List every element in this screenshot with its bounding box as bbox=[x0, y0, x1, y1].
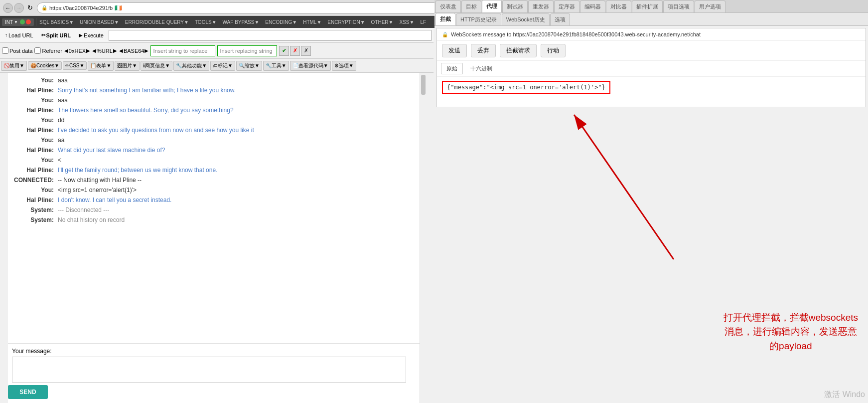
percent-encode-group: ◀ %URL ▶ bbox=[92, 48, 117, 54]
zoom-filter-btn[interactable]: 🔍缩放▼ bbox=[236, 61, 262, 71]
encoding-menu[interactable]: ENCODING▼ bbox=[262, 18, 300, 26]
send-button[interactable]: SEND bbox=[8, 385, 48, 399]
forward-button[interactable]: → bbox=[14, 3, 24, 13]
tab-dashboard[interactable]: 仪表盘 bbox=[435, 0, 461, 12]
tab-websocket-history[interactable]: WebSocket历史 bbox=[502, 13, 550, 25]
main-chat-area: You: aaa Hal Pline: Sorry that's not som… bbox=[8, 73, 427, 403]
insert-string-to-replace-input[interactable] bbox=[150, 45, 215, 56]
table-row: You: < bbox=[8, 157, 423, 164]
tab-user-options[interactable]: 用户选项 bbox=[695, 0, 725, 12]
tab-decoder[interactable]: 编码器 bbox=[580, 0, 605, 12]
css-filter-btn[interactable]: ✏CSS▼ bbox=[63, 61, 87, 70]
url-text: https://0ac2008704e291fb bbox=[49, 5, 113, 11]
annotation-text: 打开代理拦截，拦截websockets消息，进行编辑内容，发送恶意的payloa… bbox=[723, 311, 858, 354]
pageinfo-filter-btn[interactable]: ℹ网页信息▼ bbox=[141, 61, 172, 71]
image-filter-btn[interactable]: 🖼图片▼ bbox=[115, 61, 140, 71]
chat-message: Sorry that's not something I am familiar… bbox=[58, 87, 236, 94]
tools-filter-btn[interactable]: 🔧工具▼ bbox=[263, 61, 289, 71]
viewsource-filter-btn[interactable]: 📄查看源代码▼ bbox=[290, 61, 331, 71]
table-row: Hal Pline: The flowers here smell so bea… bbox=[8, 107, 423, 114]
table-row: Hal Pline: Sorry that's not something I … bbox=[8, 87, 423, 94]
tab-project-options[interactable]: 项目选项 bbox=[663, 0, 694, 12]
websocket-header: 🔒 WebSockets message to https://0ac20087… bbox=[437, 28, 866, 41]
table-row: System: No chat history on record bbox=[8, 216, 423, 223]
address-input[interactable] bbox=[109, 30, 432, 41]
table-row: You: aa bbox=[8, 137, 423, 144]
chat-sender: Hal Pline: bbox=[8, 87, 58, 94]
table-row: You: dd bbox=[8, 117, 423, 124]
svg-line-1 bbox=[574, 115, 674, 259]
action-button[interactable]: 行动 bbox=[541, 44, 566, 57]
chat-message: aaa bbox=[58, 77, 68, 84]
scrollbar-track[interactable] bbox=[420, 73, 427, 403]
chat-message: I've decided to ask you silly questions … bbox=[58, 127, 254, 134]
other-filter-btn[interactable]: 🔧其他功能▼ bbox=[173, 61, 209, 71]
post-data-checkbox[interactable] bbox=[2, 47, 8, 54]
form-filter-btn[interactable]: 📋表单▼ bbox=[88, 61, 114, 71]
execute-button[interactable]: ▶ Execute bbox=[76, 31, 107, 39]
discard-button[interactable]: 丢弃 bbox=[471, 44, 496, 57]
referrer-check[interactable]: Referrer bbox=[34, 47, 62, 54]
other-menu[interactable]: OTHER▼ bbox=[368, 18, 397, 26]
table-row: You: aaa bbox=[8, 97, 423, 104]
chat-sender: Hal Pline: bbox=[8, 167, 58, 174]
proxy-content: {"message":"<img src=1 onerror='alert(1)… bbox=[437, 77, 866, 107]
proxy-action-buttons: 发送 丢弃 拦截请求 行动 bbox=[437, 41, 866, 61]
split-url-button[interactable]: ✂ Split URL bbox=[38, 31, 74, 39]
tab-proxy[interactable]: 代理 bbox=[482, 0, 502, 12]
tab-extensions[interactable]: 插件扩展 bbox=[632, 0, 663, 12]
chat-sender: You: bbox=[8, 157, 58, 164]
tab-tester[interactable]: 测试器 bbox=[502, 0, 528, 12]
int-dropdown[interactable]: INT ▼ bbox=[2, 18, 34, 26]
insert-replacing-string-input[interactable] bbox=[217, 45, 277, 56]
post-data-check[interactable]: Post data bbox=[2, 47, 32, 54]
encryption-menu[interactable]: ENCRYPTION▼ bbox=[324, 18, 368, 26]
refresh-button[interactable]: ↻ bbox=[25, 3, 35, 13]
chat-sender: You: bbox=[8, 117, 58, 124]
tab-comparer[interactable]: 对比器 bbox=[606, 0, 631, 12]
cookies-filter-btn[interactable]: 🍪Cookies▼ bbox=[28, 61, 62, 70]
proxy-message-content: {"message":"<img src=1 onerror='alert(1)… bbox=[442, 81, 610, 94]
options-filter-btn[interactable]: ⚙选项▼ bbox=[332, 61, 356, 71]
tab-options[interactable]: 选项 bbox=[550, 13, 570, 25]
table-row: You: <img src=1 onerror='alert(1)'> bbox=[8, 187, 423, 194]
cross-red-button[interactable]: ✗ bbox=[290, 46, 300, 56]
lock-small-icon: 🔒 bbox=[442, 32, 448, 37]
tab-repeater[interactable]: 重发器 bbox=[528, 0, 554, 12]
back-button[interactable]: ← bbox=[3, 3, 13, 13]
referrer-checkbox[interactable] bbox=[34, 47, 41, 54]
load-url-button[interactable]: ↑ Load URL bbox=[2, 31, 36, 39]
chat-message: <img src=1 onerror='alert(1)'> bbox=[58, 187, 137, 194]
chat-sender: You: bbox=[8, 137, 58, 144]
chat-sender: Hal Pline: bbox=[8, 197, 58, 203]
message-textarea[interactable] bbox=[12, 357, 406, 383]
error-double-query-menu[interactable]: ERROR/DOUBLE QUERY▼ bbox=[122, 18, 192, 26]
tab-raw[interactable]: 原始 bbox=[441, 63, 463, 74]
xss-menu[interactable]: XSS▼ bbox=[396, 18, 417, 26]
hex-encode-group: ◀ 0xHEX ▶ bbox=[64, 48, 90, 54]
arrow-right-icon: ▶ bbox=[86, 48, 90, 53]
intercept-request-button[interactable]: 拦截请求 bbox=[500, 44, 537, 57]
table-row: CONNECTED: -- Now chatting with Hal Plin… bbox=[8, 177, 423, 184]
tab-http-history[interactable]: HTTP历史记录 bbox=[456, 13, 501, 25]
table-row: You: aaa bbox=[8, 77, 423, 84]
disable-filter-btn[interactable]: 🚫禁用▼ bbox=[1, 61, 27, 71]
chat-message: dd bbox=[58, 117, 64, 124]
tab-target[interactable]: 目标 bbox=[461, 0, 481, 12]
lf-menu[interactable]: LF bbox=[417, 18, 429, 26]
union-based-menu[interactable]: UNION BASED▼ bbox=[77, 18, 122, 26]
tab-sequencer[interactable]: 定序器 bbox=[554, 0, 579, 12]
tools-menu[interactable]: TOOLS▼ bbox=[192, 18, 220, 26]
scrollbar-thumb[interactable] bbox=[421, 75, 426, 95]
cross-dark-button[interactable]: ✗ bbox=[301, 46, 311, 56]
send-proxy-button[interactable]: 发送 bbox=[442, 44, 467, 57]
chat-messages: You: aaa Hal Pline: Sorry that's not som… bbox=[8, 73, 427, 343]
html-menu[interactable]: HTML▼ bbox=[300, 18, 324, 26]
websocket-url-label: WebSockets message to https://0ac2008704… bbox=[451, 31, 701, 37]
sql-basics-menu[interactable]: SQL BASICS▼ bbox=[36, 18, 77, 26]
tab-intercept[interactable]: 拦截 bbox=[435, 13, 455, 25]
tab-hex[interactable]: 十六进制 bbox=[465, 63, 498, 74]
tick-button[interactable]: ✔ bbox=[279, 46, 289, 56]
mark-filter-btn[interactable]: 🏷标记▼ bbox=[210, 61, 235, 71]
waf-bypass-menu[interactable]: WAF BYPASS▼ bbox=[220, 18, 263, 26]
